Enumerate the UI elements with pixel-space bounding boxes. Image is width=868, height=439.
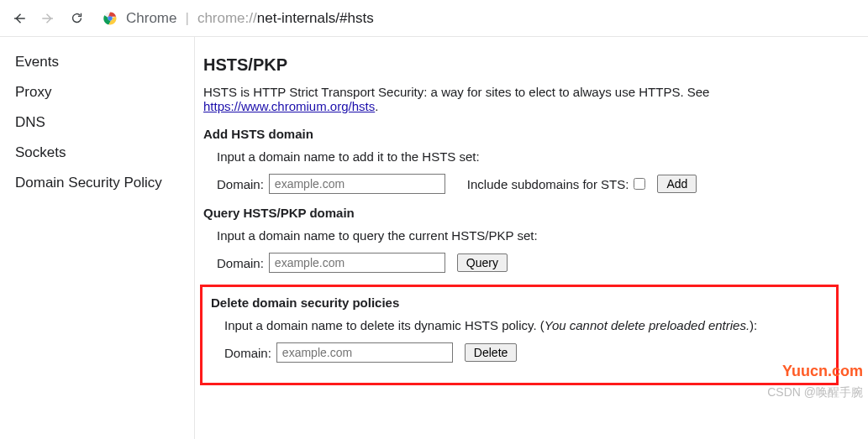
query-domain-label: Domain: [217,256,264,270]
add-button[interactable]: Add [657,175,697,193]
reload-button[interactable] [64,6,89,31]
add-domain-input[interactable] [269,174,445,194]
sidebar-item-proxy[interactable]: Proxy [0,77,194,107]
query-heading: Query HSTS/PKP domain [203,206,860,220]
back-button[interactable] [7,6,32,31]
address-bar[interactable]: Chrome | chrome://net-internals/#hsts [103,10,374,27]
page-title: HSTS/PKP [203,55,860,75]
watermark-attr: CSDN @唤醒手腕 [767,385,863,400]
arrow-right-icon [40,11,55,26]
chrome-site-icon [103,11,118,26]
intro-link[interactable]: https://www.chromium.org/hsts [203,99,375,113]
intro-text: HSTS is HTTP Strict Transport Security: … [203,85,860,113]
add-row: Domain: Include subdomains for STS: Add [217,174,860,194]
include-subdomains-label: Include subdomains for STS: [467,177,629,191]
sidebar: Events Proxy DNS Sockets Domain Security… [0,37,195,439]
svg-point-2 [108,16,113,20]
address-url: chrome://net-internals/#hsts [197,10,374,27]
sidebar-item-domain-security-policy[interactable]: Domain Security Policy [0,168,194,198]
delete-section-highlight: Delete domain security policies Input a … [200,285,839,385]
query-domain-input[interactable] [269,253,445,273]
delete-heading: Delete domain security policies [211,295,831,310]
delete-hint: Input a domain name to delete its dynami… [224,318,831,332]
browser-toolbar: Chrome | chrome://net-internals/#hsts [0,0,868,37]
query-hint: Input a domain name to query the current… [217,228,860,243]
sidebar-item-sockets[interactable]: Sockets [0,138,194,168]
delete-row: Domain: Delete [224,342,831,363]
query-button[interactable]: Query [457,253,508,272]
address-label: Chrome [126,10,176,27]
query-row: Domain: Query [217,253,860,273]
arrow-left-icon [12,11,27,26]
include-subdomains-checkbox[interactable] [634,178,645,190]
add-domain-label: Domain: [217,177,264,191]
add-hint: Input a domain name to add it to the HST… [217,149,860,164]
add-heading: Add HSTS domain [203,127,860,141]
address-separator: | [185,10,188,27]
main-content: HSTS/PKP HSTS is HTTP Strict Transport S… [195,37,868,439]
delete-button[interactable]: Delete [465,343,517,362]
delete-domain-label: Domain: [224,346,271,360]
reload-icon [70,11,84,25]
delete-domain-input[interactable] [276,342,453,363]
sidebar-item-events[interactable]: Events [0,47,194,77]
forward-button[interactable] [35,6,60,31]
sidebar-item-dns[interactable]: DNS [0,107,194,138]
